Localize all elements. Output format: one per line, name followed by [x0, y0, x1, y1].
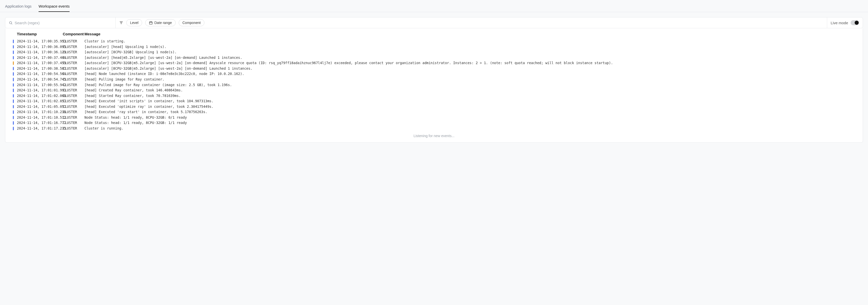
log-row[interactable]: 2024-11-14, 17:01:02.857CLUSTER[head] Ex…	[5, 99, 863, 104]
log-timestamp: 2024-11-14, 17:00:37.459	[17, 61, 63, 66]
log-row[interactable]: 2024-11-14, 17:01:02.068CLUSTER[head] St…	[5, 93, 863, 99]
log-row[interactable]: 2024-11-14, 17:00:36.129CLUSTER[autoscal…	[5, 50, 863, 55]
date-range-chip[interactable]: Date range	[145, 19, 176, 26]
level-indicator	[13, 51, 14, 54]
log-component: CLUSTER	[63, 72, 85, 77]
level-indicator	[13, 110, 14, 114]
svg-rect-5	[150, 22, 152, 24]
log-message: Node Status: head: 1/1 ready, 8CPU-32GB:…	[85, 115, 860, 120]
log-row[interactable]: 2024-11-14, 17:01:16.777CLUSTERNode Stat…	[5, 120, 863, 126]
log-message: [autoscaler] [8CPU-32GB|m5.2xlarge] [us-…	[85, 61, 860, 66]
level-indicator	[13, 67, 14, 71]
log-timestamp: 2024-11-14, 17:01:02.068	[17, 93, 63, 99]
calendar-icon	[149, 21, 153, 25]
log-timestamp: 2024-11-14, 17:00:54.745	[17, 77, 63, 82]
log-row[interactable]: 2024-11-14, 17:01:01.991CLUSTER[head] Cr…	[5, 88, 863, 93]
log-row[interactable]: 2024-11-14, 17:00:35.953CLUSTERCluster i…	[5, 38, 863, 44]
search-wrap	[5, 18, 116, 28]
log-timestamp: 2024-11-14, 17:01:10.512	[17, 115, 63, 120]
log-timestamp: 2024-11-14, 17:00:36.095	[17, 45, 63, 50]
level-indicator	[13, 100, 14, 103]
log-timestamp: 2024-11-14, 17:01:01.991	[17, 88, 63, 93]
level-indicator	[13, 94, 14, 98]
toggle-knob	[855, 21, 859, 25]
log-timestamp: 2024-11-14, 17:00:36.129	[17, 50, 63, 55]
toolbar: Level Date range Component Live mode	[5, 17, 863, 28]
log-row[interactable]: 2024-11-14, 17:00:37.404CLUSTER[autoscal…	[5, 55, 863, 61]
column-message: Message	[85, 32, 860, 36]
log-row[interactable]: 2024-11-14, 17:00:36.095CLUSTER[autoscal…	[5, 44, 863, 50]
level-indicator	[13, 61, 14, 65]
log-row[interactable]: 2024-11-14, 17:00:37.459CLUSTER[autoscal…	[5, 60, 863, 66]
log-message: [head] Started Ray container, took 70.78…	[85, 93, 860, 99]
log-message: [head] Pulling image for Ray container.	[85, 77, 860, 82]
level-indicator	[13, 56, 14, 60]
filters: Level Date range Component	[116, 19, 827, 26]
date-range-label: Date range	[154, 21, 172, 25]
level-indicator	[13, 72, 14, 76]
log-component: CLUSTER	[63, 88, 85, 93]
log-message: [head] Node launched (instance ID: i-08e…	[85, 72, 860, 77]
log-component: CLUSTER	[63, 55, 85, 60]
log-message: [autoscaler] [8CPU-32GB|m5.2xlarge] [us-…	[85, 66, 860, 71]
log-timestamp: 2024-11-14, 17:01:16.777	[17, 120, 63, 126]
log-component: CLUSTER	[63, 99, 85, 104]
log-row[interactable]: 2024-11-14, 17:01:05.057CLUSTER[head] Ex…	[5, 104, 863, 110]
level-indicator	[13, 116, 14, 119]
log-timestamp: 2024-11-14, 17:00:38.587	[17, 66, 63, 71]
tab-application-logs[interactable]: Application logs	[5, 2, 31, 12]
column-timestamp: Timestamp	[17, 32, 63, 36]
log-timestamp: 2024-11-14, 17:00:54.564	[17, 72, 63, 77]
svg-point-0	[9, 22, 12, 24]
log-component: CLUSTER	[63, 115, 85, 120]
log-component: CLUSTER	[63, 61, 85, 66]
log-row[interactable]: 2024-11-14, 17:00:55.942CLUSTER[head] Pu…	[5, 82, 863, 88]
log-row[interactable]: 2024-11-14, 17:00:38.587CLUSTER[autoscal…	[5, 66, 863, 72]
log-component: CLUSTER	[63, 120, 85, 126]
log-message: Cluster is running.	[85, 126, 860, 131]
log-component: CLUSTER	[63, 50, 85, 55]
log-row[interactable]: 2024-11-14, 17:00:54.745CLUSTER[head] Pu…	[5, 77, 863, 82]
live-mode-label: Live mode	[831, 21, 848, 25]
level-chip[interactable]: Level	[126, 19, 142, 26]
log-message: Node Status: head: 1/1 ready, 8CPU-32GB:…	[85, 120, 860, 126]
log-message: [head] Executed 'optimize ray' in contai…	[85, 104, 860, 109]
level-indicator	[13, 89, 14, 92]
log-rows: 2024-11-14, 17:00:35.953CLUSTERCluster i…	[5, 38, 863, 131]
column-component: Component	[63, 32, 85, 36]
log-message: Cluster is starting.	[85, 39, 860, 44]
log-message: [head] Created Ray container, took 146.4…	[85, 88, 860, 93]
log-timestamp: 2024-11-14, 17:00:35.953	[17, 39, 63, 44]
log-component: CLUSTER	[63, 39, 85, 44]
search-icon	[9, 21, 12, 25]
log-message: [head] Executed 'ray start' in container…	[85, 110, 860, 115]
log-message: [autoscaler] [head] Upscaling 1 node(s).	[85, 45, 860, 50]
component-chip[interactable]: Component	[179, 19, 205, 26]
log-component: CLUSTER	[63, 126, 85, 131]
log-row[interactable]: 2024-11-14, 17:00:54.564CLUSTER[head] No…	[5, 71, 863, 77]
log-timestamp: 2024-11-14, 17:00:55.942	[17, 83, 63, 88]
log-row[interactable]: 2024-11-14, 17:01:10.512CLUSTERNode Stat…	[5, 115, 863, 120]
live-mode-toggle[interactable]	[850, 20, 859, 25]
tab-bar: Application logs Workspace events	[0, 0, 868, 12]
level-indicator	[13, 105, 14, 109]
log-component: CLUSTER	[63, 93, 85, 99]
log-message: [autoscaler] [head|m5.2xlarge] [us-west-…	[85, 55, 860, 60]
level-indicator	[13, 121, 14, 125]
log-panel: Timestamp Component Message 2024-11-14, …	[5, 28, 863, 143]
log-row[interactable]: 2024-11-14, 17:01:10.236CLUSTER[head] Ex…	[5, 109, 863, 115]
svg-line-1	[11, 24, 12, 24]
log-timestamp: 2024-11-14, 17:01:05.057	[17, 104, 63, 109]
tab-workspace-events[interactable]: Workspace events	[38, 2, 69, 12]
log-timestamp: 2024-11-14, 17:01:17.235	[17, 126, 63, 131]
log-component: CLUSTER	[63, 104, 85, 109]
level-indicator	[13, 127, 14, 130]
filter-icon[interactable]	[119, 21, 123, 25]
log-header: Timestamp Component Message	[5, 28, 863, 38]
log-timestamp: 2024-11-14, 17:01:02.857	[17, 99, 63, 104]
live-mode: Live mode	[827, 18, 863, 28]
search-input[interactable]	[12, 21, 112, 25]
log-timestamp: 2024-11-14, 17:01:10.236	[17, 110, 63, 115]
log-row[interactable]: 2024-11-14, 17:01:17.235CLUSTERCluster i…	[5, 126, 863, 131]
level-indicator	[13, 39, 14, 43]
